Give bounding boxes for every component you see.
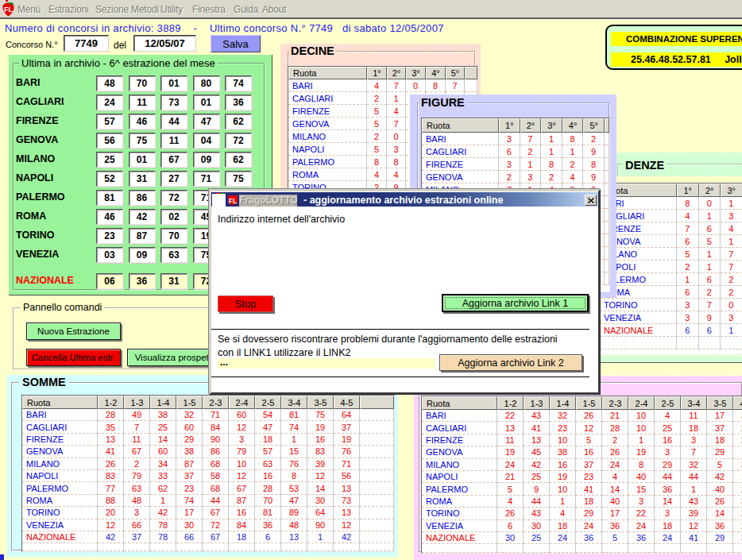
svg-text:FL: FL bbox=[4, 6, 13, 14]
svg-text:FL: FL bbox=[229, 197, 237, 205]
